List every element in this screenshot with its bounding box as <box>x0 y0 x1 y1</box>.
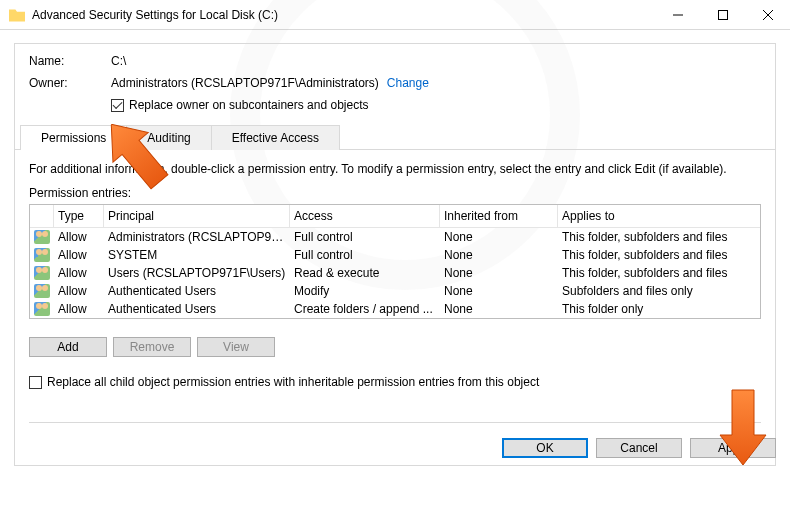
change-owner-link[interactable]: Change <box>387 76 429 90</box>
permissions-table: Type Principal Access Inherited from App… <box>29 204 761 319</box>
cell-principal: Users (RCSLAPTOP971F\Users) <box>104 265 290 281</box>
users-icon <box>34 248 50 262</box>
table-row[interactable]: AllowAdministrators (RCSLAPTOP971...Full… <box>30 228 760 246</box>
cell-type: Allow <box>54 283 104 299</box>
cell-access: Modify <box>290 283 440 299</box>
table-header: Type Principal Access Inherited from App… <box>30 205 760 228</box>
svg-rect-1 <box>718 10 727 19</box>
cell-type: Allow <box>54 301 104 317</box>
cancel-button[interactable]: Cancel <box>596 438 682 458</box>
owner-value: Administrators (RCSLAPTOP971F\Administra… <box>111 76 379 90</box>
cell-applies: This folder, subfolders and files <box>558 247 760 263</box>
cell-inherited: None <box>440 283 558 299</box>
users-icon <box>34 284 50 298</box>
column-inherited[interactable]: Inherited from <box>440 205 558 227</box>
table-row[interactable]: AllowAuthenticated UsersCreate folders /… <box>30 300 760 318</box>
cell-type: Allow <box>54 265 104 281</box>
annotation-arrow-icon <box>716 385 770 465</box>
table-row[interactable]: AllowSYSTEMFull controlNoneThis folder, … <box>30 246 760 264</box>
cell-inherited: None <box>440 265 558 281</box>
cell-principal: SYSTEM <box>104 247 290 263</box>
remove-button[interactable]: Remove <box>113 337 191 357</box>
minimize-button[interactable] <box>655 0 700 30</box>
folder-icon <box>9 8 25 22</box>
content-panel: Name: C:\ Owner: Administrators (RCSLAPT… <box>14 43 776 466</box>
cell-principal: Authenticated Users <box>104 301 290 317</box>
tab-effective-access[interactable]: Effective Access <box>211 125 340 150</box>
table-row[interactable]: AllowUsers (RCSLAPTOP971F\Users)Read & e… <box>30 264 760 282</box>
replace-all-checkbox[interactable] <box>29 376 42 389</box>
replace-all-label: Replace all child object permission entr… <box>47 375 539 389</box>
users-icon <box>34 302 50 316</box>
cell-access: Full control <box>290 229 440 245</box>
divider <box>29 422 761 423</box>
cell-access: Full control <box>290 247 440 263</box>
name-label: Name: <box>29 54 111 68</box>
table-row[interactable]: AllowAuthenticated UsersModifyNoneSubfol… <box>30 282 760 300</box>
cell-principal: Authenticated Users <box>104 283 290 299</box>
close-button[interactable] <box>745 0 790 30</box>
column-principal[interactable]: Principal <box>104 205 290 227</box>
cell-applies: Subfolders and files only <box>558 283 760 299</box>
cell-principal: Administrators (RCSLAPTOP971... <box>104 229 290 245</box>
ok-button[interactable]: OK <box>502 438 588 458</box>
maximize-button[interactable] <box>700 0 745 30</box>
owner-label: Owner: <box>29 76 111 90</box>
view-button[interactable]: View <box>197 337 275 357</box>
cell-access: Read & execute <box>290 265 440 281</box>
cell-applies: This folder, subfolders and files <box>558 229 760 245</box>
cell-inherited: None <box>440 247 558 263</box>
column-type[interactable]: Type <box>54 205 104 227</box>
column-blank[interactable] <box>30 205 54 227</box>
cell-type: Allow <box>54 229 104 245</box>
add-button[interactable]: Add <box>29 337 107 357</box>
users-icon <box>34 230 50 244</box>
users-icon <box>34 266 50 280</box>
cell-applies: This folder, subfolders and files <box>558 265 760 281</box>
replace-owner-checkbox[interactable] <box>111 99 124 112</box>
name-value: C:\ <box>111 54 126 68</box>
cell-inherited: None <box>440 229 558 245</box>
column-access[interactable]: Access <box>290 205 440 227</box>
cell-applies: This folder only <box>558 301 760 317</box>
cell-type: Allow <box>54 247 104 263</box>
column-applies[interactable]: Applies to <box>558 205 760 227</box>
cell-inherited: None <box>440 301 558 317</box>
replace-owner-label: Replace owner on subcontainers and objec… <box>129 98 368 112</box>
cell-access: Create folders / append ... <box>290 301 440 317</box>
